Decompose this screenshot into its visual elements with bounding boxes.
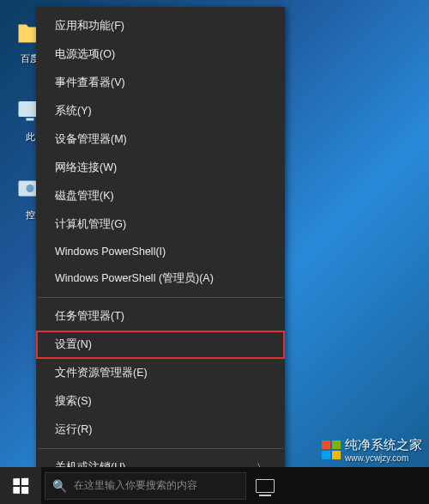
menu-item-label: 文件资源管理器(E) [55,366,148,380]
menu-item-disk-management[interactable]: 磁盘管理(K) [36,182,285,210]
menu-item-task-manager[interactable]: 任务管理器(T) [36,302,285,331]
start-button[interactable] [0,467,41,504]
menu-item-label: 设置(N) [55,337,92,352]
watermark: 纯净系统之家 www.ycwjzy.com [322,437,422,463]
desktop-icon-label: 控 [26,209,35,222]
watermark-title: 纯净系统之家 [345,437,422,453]
task-view-icon [256,479,275,493]
menu-item-powershell-admin[interactable]: Windows PowerShell (管理员)(A) [36,264,285,293]
menu-divider [38,297,283,298]
menu-item-label: 设备管理器(M) [55,132,127,147]
menu-item-label: Windows PowerShell (管理员)(A) [55,271,214,286]
desktop-icon-label: 此 [26,131,35,143]
menu-item-label: 计算机管理(G) [55,217,126,232]
taskbar: 🔍 在这里输入你要搜索的内容 [0,467,429,504]
menu-item-run[interactable]: 运行(R) [36,416,285,444]
watermark-url: www.ycwjzy.com [345,453,422,463]
windows-start-icon [13,477,28,494]
menu-item-label: 运行(R) [55,422,92,437]
search-placeholder: 在这里输入你要搜索的内容 [74,478,197,493]
menu-item-network-connections[interactable]: 网络连接(W) [36,154,285,182]
menu-item-settings[interactable]: 设置(N) [36,331,285,359]
menu-item-label: 系统(Y) [55,104,92,118]
menu-item-power-options[interactable]: 电源选项(O) [36,40,285,69]
menu-item-file-explorer[interactable]: 文件资源管理器(E) [36,359,285,387]
menu-item-label: 任务管理器(T) [55,309,124,324]
taskbar-search[interactable]: 🔍 在这里输入你要搜索的内容 [45,472,246,500]
menu-item-apps-features[interactable]: 应用和功能(F) [36,12,285,40]
menu-item-label: 网络连接(W) [55,161,117,175]
task-view-button[interactable] [246,467,284,504]
svg-point-3 [27,185,34,192]
windows-logo-icon [322,440,341,459]
search-icon: 🔍 [52,479,67,493]
svg-rect-1 [27,118,34,121]
menu-item-powershell[interactable]: Windows PowerShell(I) [36,239,285,264]
menu-item-label: 事件查看器(V) [55,76,125,90]
menu-item-computer-management[interactable]: 计算机管理(G) [36,210,285,239]
menu-item-label: Windows PowerShell(I) [55,246,166,258]
menu-item-label: 磁盘管理(K) [55,189,114,203]
menu-item-system[interactable]: 系统(Y) [36,97,285,125]
menu-item-label: 搜索(S) [55,394,92,409]
menu-item-event-viewer[interactable]: 事件查看器(V) [36,69,285,97]
menu-item-search[interactable]: 搜索(S) [36,387,285,416]
menu-item-label: 应用和功能(F) [55,19,124,33]
menu-item-device-manager[interactable]: 设备管理器(M) [36,125,285,154]
winx-context-menu: 应用和功能(F) 电源选项(O) 事件查看器(V) 系统(Y) 设备管理器(M)… [36,7,285,504]
menu-item-label: 电源选项(O) [55,47,115,62]
menu-divider [38,448,283,449]
